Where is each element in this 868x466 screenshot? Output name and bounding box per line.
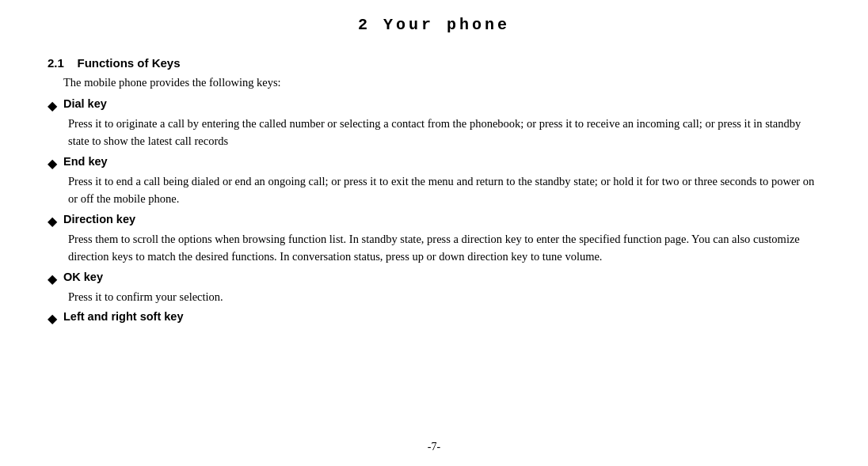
key-description: Press it to confirm your selection. (68, 288, 820, 305)
key-list: ◆Dial keyPress it to originate a call by… (48, 97, 820, 326)
diamond-icon: ◆ (48, 156, 57, 171)
key-title: Dial key (63, 97, 107, 110)
section-number: 2.1 (48, 56, 64, 70)
list-item: ◆Dial keyPress it to originate a call by… (48, 97, 820, 150)
key-title: End key (63, 155, 108, 168)
key-description: Press them to scroll the options when br… (68, 230, 820, 266)
section-intro: The mobile phone provides the following … (63, 76, 820, 89)
page: 2 Your phone 2.1 Functions of Keys The m… (0, 0, 868, 466)
key-description: Press it to originate a call by entering… (68, 115, 820, 150)
key-description: Press it to end a call being dialed or e… (68, 172, 820, 208)
list-item: ◆Left and right soft key (48, 310, 820, 326)
key-title: OK key (63, 271, 103, 283)
diamond-icon: ◆ (48, 214, 57, 229)
section-heading: 2.1 Functions of Keys (48, 56, 820, 70)
list-item: ◆Direction keyPress them to scroll the o… (48, 213, 820, 266)
key-title: Direction key (63, 213, 135, 225)
page-footer: -7- (0, 441, 868, 453)
page-title: 2 Your phone (48, 16, 820, 34)
diamond-icon: ◆ (48, 98, 57, 113)
key-title: Left and right soft key (63, 310, 183, 323)
list-item: ◆OK keyPress it to confirm your selectio… (48, 271, 820, 305)
diamond-icon: ◆ (48, 311, 57, 326)
list-item: ◆End keyPress it to end a call being dia… (48, 155, 820, 208)
diamond-icon: ◆ (48, 271, 57, 286)
section-title: Functions of Keys (78, 56, 181, 70)
